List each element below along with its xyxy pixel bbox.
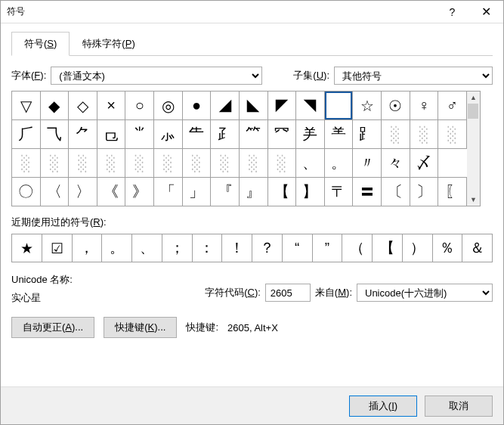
recent-symbol-cell[interactable]: 【 [373,234,403,262]
symbol-cell[interactable]: 、 [296,149,325,178]
from-combo[interactable]: Unicode(十六进制) [357,284,493,302]
symbol-cell[interactable]: 』 [239,178,267,206]
symbol-cell[interactable]: ⺧ [182,120,211,149]
symbol-cell[interactable]: 〈 [40,178,69,206]
symbol-cell[interactable]: ⻊ [353,120,382,149]
help-button[interactable]: ? [435,1,469,23]
symbol-cell[interactable]: ░ [97,149,125,178]
symbol-cell[interactable]: 〒 [324,178,353,206]
symbol-grid[interactable]: ▽◆◇×○◎●★☆☉♀♂⺁⺄⺈⺋⺌⺗⺧⺪⺮⺳⺶⺷⻊░░░░░░░░░░░░░、。… [11,91,467,206]
from-label: 来自(M): [315,286,352,299]
symbol-cell[interactable]: ⺗ [154,120,183,149]
symbol-cell[interactable]: 〔 [381,178,410,206]
symbol-cell[interactable]: ░ [239,149,267,178]
symbol-cell[interactable]: ▽ [12,92,41,120]
symbol-cell[interactable] [239,92,267,120]
cancel-button[interactable]: 取消 [425,396,493,417]
symbol-cell[interactable]: ◎ [154,92,183,120]
symbol-cell[interactable]: ░ [182,149,211,178]
symbol-cell[interactable]: 〃 [353,149,382,178]
symbol-cell[interactable]: ⺪ [211,120,240,149]
symbol-cell[interactable]: ⺌ [125,120,154,149]
scroll-thumb[interactable] [468,104,478,119]
symbol-cell[interactable]: ░ [40,149,69,178]
symbol-cell[interactable]: 〆 [410,149,438,178]
symbol-cell[interactable]: ░ [267,149,296,178]
symbol-cell[interactable]: ░ [154,149,183,178]
recent-symbol-cell[interactable]: ＆ [462,234,492,262]
symbol-cell[interactable]: 《 [97,178,125,206]
symbol-cell[interactable]: ○ [125,92,154,120]
symbol-cell[interactable]: ░ [69,149,97,178]
subset-combo[interactable]: 其他符号 [334,67,493,85]
symbol-cell[interactable] [211,92,240,120]
symbol-cell[interactable]: ⺋ [97,120,125,149]
symbol-cell[interactable]: ⺄ [40,120,69,149]
scroll-track[interactable] [467,104,480,194]
symbol-cell[interactable]: ⺶ [296,120,325,149]
symbol-cell[interactable]: 」 [182,178,211,206]
recent-symbol-cell[interactable]: ％ [433,234,463,262]
recent-symbol-cell[interactable]: ？ [252,234,283,262]
tab-special-chars[interactable]: 特殊字符(P) [70,32,147,56]
symbol-cell[interactable]: × [97,92,125,120]
recent-symbol-cell[interactable]: ） [403,234,433,262]
scroll-down-icon[interactable]: ▼ [467,194,480,206]
tab-symbols[interactable]: 符号(S) [11,32,70,56]
symbol-cell[interactable]: 〓 [353,178,382,206]
recent-symbol-cell[interactable]: ★ [12,234,42,262]
symbol-cell[interactable]: ░ [211,149,240,178]
recent-symbol-cell[interactable]: ！ [222,234,252,262]
recent-symbol-cell[interactable]: “ [283,234,313,262]
symbol-cell[interactable]: ⺷ [324,120,353,149]
recent-symbol-cell[interactable]: 。 [102,234,132,262]
symbol-cell[interactable]: 々 [381,149,410,178]
symbol-scrollbar[interactable]: ▲ ▼ [467,91,481,206]
close-button[interactable]: ✕ [469,1,503,23]
symbol-cell[interactable]: ♂ [438,92,467,120]
shortcut-label: 快捷键: [186,321,218,334]
titlebar: 符号 ? ✕ [1,1,503,23]
symbol-cell[interactable]: ☉ [381,92,410,120]
symbol-cell[interactable]: ◆ [40,92,69,120]
symbol-cell[interactable]: 】 [296,178,325,206]
symbol-cell[interactable]: ● [182,92,211,120]
symbol-cell[interactable]: ★ [324,92,353,120]
recent-symbol-cell[interactable]: ☑ [42,234,73,262]
symbol-cell[interactable]: 》 [125,178,154,206]
symbol-cell[interactable] [296,92,325,120]
recent-symbol-cell[interactable]: ； [162,234,193,262]
symbol-cell[interactable]: 『 [211,178,240,206]
autocorrect-button[interactable]: 自动更正(A)... [11,317,94,338]
symbol-cell[interactable]: ⺮ [239,120,267,149]
recent-symbol-cell[interactable]: ” [313,234,343,262]
symbol-cell[interactable]: ◇ [69,92,97,120]
symbol-cell[interactable]: 〉 [69,178,97,206]
symbol-cell[interactable]: ░ [381,120,410,149]
symbol-cell[interactable]: 〖 [438,178,467,206]
recent-symbol-cell[interactable]: （ [342,234,373,262]
symbol-cell[interactable]: ♀ [410,92,438,120]
symbol-cell[interactable]: ⺈ [69,120,97,149]
scroll-up-icon[interactable]: ▲ [467,92,480,104]
font-combo[interactable]: (普通文本) [51,67,262,85]
symbol-cell[interactable]: ░ [438,120,467,149]
recent-symbol-cell[interactable]: 、 [132,234,162,262]
symbol-cell[interactable]: 〇 [12,178,41,206]
symbol-cell[interactable]: ⺳ [267,120,296,149]
charcode-input[interactable] [265,284,311,302]
symbol-cell[interactable]: ░ [12,149,41,178]
symbol-cell[interactable]: ☆ [353,92,382,120]
symbol-cell[interactable]: ⺁ [12,120,41,149]
symbol-cell[interactable]: 「 [154,178,183,206]
recent-symbol-cell[interactable]: ： [193,234,223,262]
recent-symbol-cell[interactable]: ， [73,234,103,262]
symbol-cell[interactable]: 【 [267,178,296,206]
insert-button[interactable]: 插入(I) [349,396,417,417]
symbol-cell[interactable] [267,92,296,120]
symbol-cell[interactable]: ░ [125,149,154,178]
shortcut-button[interactable]: 快捷键(K)... [104,317,177,338]
symbol-cell[interactable]: 。 [324,149,353,178]
symbol-cell[interactable]: ░ [410,120,438,149]
symbol-cell[interactable]: 〕 [410,178,438,206]
